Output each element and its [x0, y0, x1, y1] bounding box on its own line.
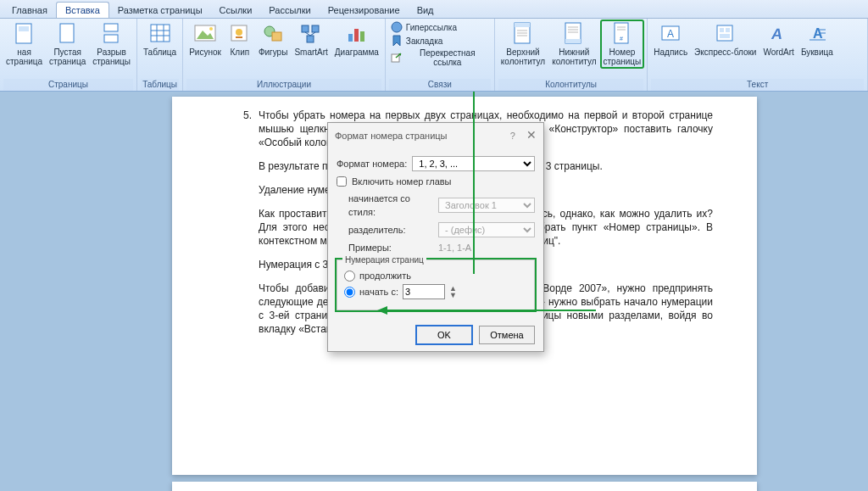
dropcap-icon: A: [805, 22, 829, 46]
group-text: A Надпись Экспресс-блоки A WordArt A Бук…: [648, 19, 868, 91]
svg-rect-48: [720, 34, 730, 38]
group-tables-label: Таблицы: [141, 79, 179, 91]
hyperlink-button[interactable]: Гиперссылка: [389, 20, 491, 34]
footer-label: Нижний колонтитул: [552, 47, 596, 66]
svg-rect-5: [151, 25, 170, 42]
separator-select: - (дефис): [438, 222, 535, 237]
start-at-input[interactable]: [403, 284, 445, 299]
dialog-titlebar[interactable]: Формат номера страницы ? ✕: [328, 123, 543, 148]
format-label: Формат номера:: [337, 157, 407, 170]
group-tables: Таблица Таблицы: [137, 19, 183, 91]
chart-button[interactable]: Диаграмма: [332, 20, 381, 59]
ribbon: ная страница Пустая страница Разрыв стра…: [0, 19, 868, 92]
picture-button[interactable]: Рисунок: [186, 20, 224, 59]
examples-label: Примеры:: [348, 241, 433, 254]
chart-label: Диаграмма: [335, 47, 379, 57]
tab-home[interactable]: Главная: [3, 3, 56, 18]
group-illus-label: Иллюстрации: [186, 79, 381, 91]
separator-label: разделитель:: [348, 223, 433, 237]
include-chapter-label: Включить номер главы: [352, 175, 452, 188]
page-break-icon: [100, 22, 124, 46]
page-number-button[interactable]: # Номер страницы: [601, 20, 644, 68]
bookmark-button[interactable]: Закладка: [389, 34, 491, 47]
wordart-button[interactable]: A WordArt: [760, 20, 797, 59]
list-number: 5.: [243, 109, 252, 122]
hyperlink-label: Гиперссылка: [406, 23, 457, 32]
clip-icon: [228, 22, 252, 46]
tab-references[interactable]: Ссылки: [211, 3, 261, 18]
clip-label: Клип: [231, 47, 250, 57]
svg-rect-2: [60, 24, 74, 42]
svg-marker-26: [393, 36, 400, 46]
svg-rect-16: [272, 32, 281, 41]
group-hf-label: Колонтитулы: [498, 79, 643, 91]
start-at-radio[interactable]: [344, 287, 355, 298]
cover-page-button[interactable]: ная страница: [3, 20, 45, 68]
dialog-close-button[interactable]: ✕: [526, 128, 537, 142]
svg-rect-18: [312, 25, 319, 32]
svg-rect-4: [104, 35, 118, 42]
continue-label: продолжить: [359, 269, 411, 282]
chart-icon: [345, 22, 369, 46]
wordart-icon: A: [767, 22, 791, 46]
crossref-button[interactable]: Перекрестная ссылка: [389, 47, 491, 68]
header-button[interactable]: Верхний колонтитул: [498, 20, 548, 68]
page-numbering-group: Нумерация страниц продолжить начать с: ▲…: [337, 259, 535, 310]
tab-insert[interactable]: Вставка: [56, 2, 109, 18]
blank-page-icon: [56, 22, 80, 46]
page-number-format-dialog: Формат номера страницы ? ✕ Формат номера…: [327, 122, 544, 352]
format-select[interactable]: 1, 2, 3, ...: [412, 156, 535, 171]
svg-point-12: [209, 27, 213, 31]
group-links: Гиперссылка Закладка Перекрестная ссылка…: [386, 19, 495, 91]
textbox-button[interactable]: A Надпись: [651, 20, 690, 59]
page-numbering-group-label: Нумерация страниц: [342, 254, 426, 267]
svg-rect-35: [565, 39, 581, 43]
ribbon-tabs: Главная Вставка Разметка страницы Ссылки…: [0, 0, 868, 19]
include-chapter-checkbox[interactable]: [337, 176, 347, 187]
tab-page-layout[interactable]: Разметка страницы: [109, 3, 211, 18]
footer-button[interactable]: Нижний колонтитул: [549, 20, 598, 68]
group-pages-label: Страницы: [3, 79, 133, 91]
crossref-icon: [391, 52, 403, 64]
svg-point-14: [236, 29, 242, 36]
shapes-button[interactable]: Фигуры: [256, 20, 290, 59]
svg-rect-47: [726, 28, 730, 32]
spinner-icon[interactable]: ▲▼: [449, 285, 457, 299]
quickparts-button[interactable]: Экспресс-блоки: [692, 20, 759, 59]
dropcap-button[interactable]: A Буквица: [798, 20, 836, 59]
table-label: Таблица: [143, 47, 176, 57]
tab-mailings[interactable]: Рассылки: [260, 3, 319, 18]
clip-button[interactable]: Клип: [225, 20, 254, 59]
svg-rect-30: [515, 23, 530, 27]
tab-review[interactable]: Рецензирование: [320, 3, 409, 18]
document-page[interactable]: 5. Чтобы убрать номера на первых двух ст…: [172, 97, 757, 475]
dialog-help-button[interactable]: ?: [510, 131, 515, 141]
blank-page-button[interactable]: Пустая страница: [47, 20, 88, 68]
wordart-label: WordArt: [763, 47, 794, 57]
svg-text:A: A: [667, 28, 674, 40]
smartart-label: SmartArt: [294, 47, 327, 57]
header-label: Верхний колонтитул: [501, 47, 545, 66]
cancel-button[interactable]: Отмена: [479, 326, 535, 344]
svg-rect-46: [720, 28, 724, 32]
svg-rect-1: [19, 26, 29, 31]
svg-rect-22: [348, 34, 353, 42]
svg-rect-23: [354, 29, 359, 42]
group-text-label: Текст: [651, 79, 864, 91]
svg-line-21: [310, 32, 315, 36]
pagenum-label: Номер страницы: [604, 47, 642, 66]
table-icon: [148, 22, 172, 46]
cover-page-label: ная страница: [6, 47, 42, 66]
table-button[interactable]: Таблица: [141, 20, 179, 59]
shapes-icon: [261, 22, 285, 46]
ok-button[interactable]: OK: [416, 326, 472, 344]
smartart-button[interactable]: SmartArt: [292, 20, 330, 59]
style-label: начинается со стиля:: [348, 192, 433, 219]
page-break-button[interactable]: Разрыв страницы: [90, 20, 133, 68]
continue-radio[interactable]: [344, 271, 355, 282]
tab-view[interactable]: Вид: [409, 3, 442, 18]
blank-page-label: Пустая страница: [49, 47, 86, 66]
page-icon: [13, 22, 36, 46]
document-page-next[interactable]: [172, 482, 757, 491]
document-area: 5. Чтобы убрать номера на первых двух ст…: [0, 92, 868, 491]
